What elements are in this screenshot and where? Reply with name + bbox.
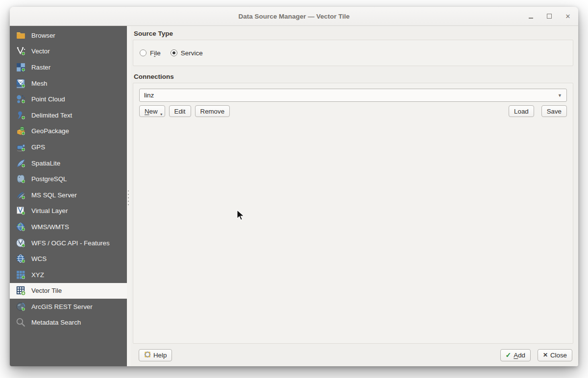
sidebar-item-label: XYZ	[31, 271, 44, 279]
sidebar-item-label: WCS	[31, 255, 47, 262]
sidebar-item-postgresql[interactable]: PostgreSQL	[10, 171, 127, 187]
window-body: BrowserVectorRasterMeshPoint CloudDelimi…	[10, 26, 578, 366]
arcgis-icon	[15, 301, 26, 312]
wms-icon	[15, 221, 26, 232]
sidebar-item-mesh[interactable]: Mesh	[10, 75, 127, 92]
help-label: Help	[153, 352, 167, 359]
gps-icon	[15, 142, 26, 152]
dialog-button-bar: Help ✓ Add ✕ Close	[133, 348, 573, 362]
sidebar-item-label: Browser	[31, 32, 55, 39]
sidebar-item-label: Delimited Text	[31, 112, 72, 119]
add-label: Add	[514, 352, 525, 359]
radio-label: File	[150, 49, 161, 57]
connection-buttons: New ▼ Edit Remove Load	[139, 105, 567, 117]
sidebar-item-delimited-text[interactable]: Delimited Text	[10, 107, 127, 123]
close-icon[interactable]: ✕	[564, 13, 571, 20]
sidebar-item-label: Point Cloud	[31, 95, 65, 103]
radio-service[interactable]: Service	[171, 49, 203, 57]
edit-connection-button[interactable]: Edit	[169, 105, 191, 117]
postgresql-icon	[15, 174, 26, 185]
connection-select-value: linz	[144, 92, 154, 99]
sidebar-item-wfs-ogc-api-features[interactable]: WFS / OGC API - Features	[10, 235, 127, 251]
delimited-text-icon	[15, 110, 26, 120]
sidebar-item-label: ArcGIS REST Server	[31, 303, 93, 310]
minimize-icon[interactable]	[527, 13, 534, 20]
save-connections-button[interactable]: Save	[541, 105, 567, 117]
metadata-search-icon	[15, 317, 26, 328]
xyz-icon	[15, 269, 26, 280]
sidebar-item-point-cloud[interactable]: Point Cloud	[10, 91, 127, 107]
sidebar-item-browser[interactable]: Browser	[10, 27, 127, 44]
sidebar-item-label: Mesh	[31, 80, 48, 87]
connections-heading: Connections	[134, 73, 573, 80]
splitter-handle[interactable]	[127, 26, 131, 366]
connections-groupbox: linz ▼ New ▼ Edit Remove	[133, 83, 573, 344]
sidebar-item-label: WFS / OGC API - Features	[31, 239, 110, 247]
source-type-heading: Source Type	[134, 30, 573, 37]
vector-icon	[15, 46, 26, 57]
load-connections-button[interactable]: Load	[509, 105, 534, 117]
sidebar-item-vector[interactable]: Vector	[10, 44, 127, 60]
wfs-icon	[15, 237, 26, 248]
sidebar-item-label: Virtual Layer	[31, 207, 68, 214]
vector-tile-icon	[15, 285, 26, 296]
geopackage-icon	[15, 126, 26, 137]
sidebar-item-gps[interactable]: GPS	[10, 139, 127, 155]
sidebar-item-label: PostgreSQL	[31, 175, 67, 183]
sidebar-item-wcs[interactable]: WCS	[10, 251, 127, 267]
sidebar-item-virtual-layer[interactable]: Virtual Layer	[10, 203, 127, 219]
new-connection-label: New	[145, 108, 158, 115]
connection-select[interactable]: linz ▼	[139, 89, 567, 102]
sidebar-item-label: Vector	[31, 47, 50, 55]
chevron-down-icon: ▼	[558, 93, 562, 98]
sidebar-item-metadata-search[interactable]: Metadata Search	[10, 315, 127, 331]
add-button[interactable]: ✓ Add	[500, 349, 531, 361]
desktop: Data Source Manager — Vector Tile ✕ Brow…	[0, 0, 588, 378]
x-icon: ✕	[543, 352, 548, 358]
mesh-icon	[15, 78, 26, 89]
window-title: Data Source Manager — Vector Tile	[238, 13, 349, 20]
radio-selected-icon	[171, 49, 177, 56]
mssql-icon	[15, 189, 26, 200]
source-type-groupbox: FileService	[133, 40, 573, 66]
sidebar-item-geopackage[interactable]: GeoPackage	[10, 123, 127, 140]
radio-label: Service	[181, 49, 203, 57]
sidebar-item-raster[interactable]: Raster	[10, 59, 127, 75]
titlebar[interactable]: Data Source Manager — Vector Tile ✕	[10, 7, 578, 26]
sidebar-item-label: WMS/WMTS	[31, 223, 69, 231]
sidebar-item-label: SpatiaLite	[31, 160, 60, 167]
sidebar-item-label: GPS	[31, 143, 45, 151]
sidebar-item-vector-tile[interactable]: Vector Tile	[10, 283, 127, 299]
help-button[interactable]: Help	[139, 349, 172, 361]
sidebar-item-xyz[interactable]: XYZ	[10, 267, 127, 283]
sidebar-item-ms-sql-server[interactable]: MS SQL Server	[10, 187, 127, 203]
close-label: Close	[550, 352, 567, 359]
spatialite-icon	[15, 158, 26, 168]
window-controls: ✕	[527, 7, 571, 25]
radio-unselected-icon	[140, 49, 147, 56]
source-type-sidebar: BrowserVectorRasterMeshPoint CloudDelimi…	[10, 26, 127, 366]
new-connection-button[interactable]: New ▼	[139, 105, 165, 117]
sidebar-item-label: Metadata Search	[31, 319, 81, 326]
sidebar-item-label: MS SQL Server	[31, 191, 77, 199]
splitter-grip-icon	[128, 190, 129, 205]
sidebar-item-label: GeoPackage	[31, 127, 69, 135]
radio-file[interactable]: File	[140, 49, 161, 57]
point-cloud-icon	[15, 94, 26, 105]
sidebar-item-label: Raster	[31, 64, 50, 71]
folder-icon	[15, 30, 26, 41]
maximize-icon[interactable]	[546, 13, 553, 20]
menu-arrow-icon: ▼	[160, 113, 163, 116]
data-source-manager-window: Data Source Manager — Vector Tile ✕ Brow…	[10, 7, 578, 366]
close-button[interactable]: ✕ Close	[538, 349, 572, 361]
raster-icon	[15, 62, 26, 72]
remove-connection-button[interactable]: Remove	[195, 105, 230, 117]
wcs-icon	[15, 254, 26, 264]
sidebar-item-spatialite[interactable]: SpatiaLite	[10, 155, 127, 171]
sidebar-item-wms-wmts[interactable]: WMS/WMTS	[10, 219, 127, 235]
virtual-layer-icon	[15, 206, 26, 216]
checkmark-icon: ✓	[506, 351, 512, 359]
sidebar-item-arcgis-rest-server[interactable]: ArcGIS REST Server	[10, 299, 127, 315]
sidebar-item-label: Vector Tile	[31, 287, 62, 294]
help-icon	[144, 351, 151, 359]
